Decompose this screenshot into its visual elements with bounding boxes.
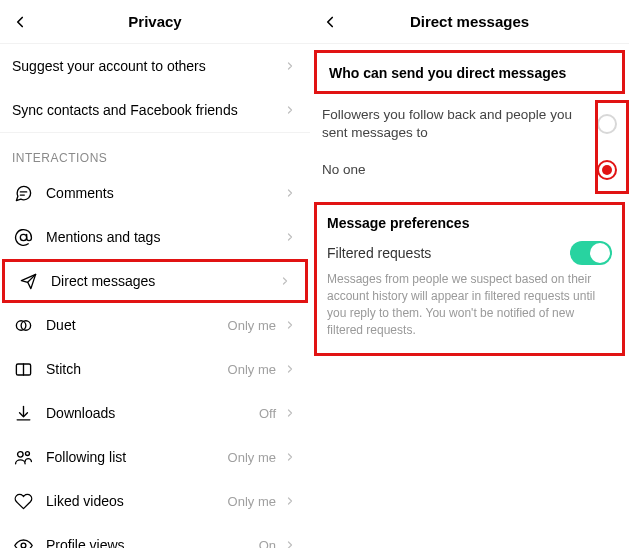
interaction-label: Following list: [46, 449, 228, 465]
interaction-value: Off: [259, 406, 276, 421]
filtered-requests-label: Filtered requests: [327, 245, 570, 261]
chevron-right-icon: [282, 449, 298, 465]
privacy-title: Privacy: [128, 13, 181, 30]
svg-point-11: [25, 451, 29, 455]
interaction-value: Only me: [228, 450, 276, 465]
interaction-row-comment[interactable]: Comments: [0, 171, 310, 215]
interactions-section-title: INTERACTIONS: [0, 132, 310, 171]
following-icon: [12, 446, 34, 468]
radio-highlight: [595, 100, 629, 194]
interaction-label: Liked videos: [46, 493, 228, 509]
chevron-right-icon: [282, 537, 298, 548]
chevron-right-icon: [277, 273, 293, 289]
radio-options: Followers you follow back and people you…: [310, 94, 629, 196]
interaction-label: Downloads: [46, 405, 259, 421]
at-icon: [12, 226, 34, 248]
interaction-row-duet[interactable]: DuetOnly me: [0, 303, 310, 347]
heart-icon: [12, 490, 34, 512]
dm-title: Direct messages: [410, 13, 529, 30]
option-noone-label: No one: [322, 161, 587, 179]
send-icon: [17, 270, 39, 292]
dm-header: Direct messages: [310, 0, 629, 44]
chevron-right-icon: [282, 185, 298, 201]
message-preferences-heading: Message preferences: [317, 205, 622, 239]
svg-point-12: [21, 543, 26, 548]
interaction-label: Duet: [46, 317, 228, 333]
back-button-left[interactable]: [6, 8, 34, 36]
svg-point-2: [20, 234, 26, 240]
who-can-send-heading-highlight: Who can send you direct messages: [314, 50, 625, 94]
interaction-row-stitch[interactable]: StitchOnly me: [0, 347, 310, 391]
option-followers-label: Followers you follow back and people you…: [322, 106, 587, 142]
interaction-value: Only me: [228, 362, 276, 377]
filtered-requests-desc: Messages from people we suspect based on…: [317, 271, 622, 338]
interaction-label: Direct messages: [51, 273, 277, 289]
chevron-right-icon: [282, 229, 298, 245]
chevron-right-icon: [282, 493, 298, 509]
interaction-label: Comments: [46, 185, 282, 201]
top-row-1[interactable]: Sync contacts and Facebook friends: [0, 88, 310, 132]
interaction-row-following[interactable]: Following listOnly me: [0, 435, 310, 479]
interaction-row-eye[interactable]: Profile viewsOn: [0, 523, 310, 548]
dm-pane: Direct messages Who can send you direct …: [310, 0, 635, 548]
privacy-header: Privacy: [0, 0, 310, 44]
privacy-pane: Privacy Suggest your account to othersSy…: [0, 0, 310, 548]
option-noone[interactable]: No one: [310, 150, 629, 190]
top-row-label: Sync contacts and Facebook friends: [12, 102, 282, 118]
interaction-label: Profile views: [46, 537, 259, 548]
top-row-label: Suggest your account to others: [12, 58, 282, 74]
chevron-right-icon: [282, 405, 298, 421]
chevron-right-icon: [282, 58, 298, 74]
back-button-right[interactable]: [316, 8, 344, 36]
message-preferences-highlight: Message preferences Filtered requests Me…: [314, 202, 625, 355]
who-can-send-heading: Who can send you direct messages: [317, 53, 622, 91]
interaction-value: Only me: [228, 494, 276, 509]
svg-point-10: [17, 451, 23, 457]
chevron-right-icon: [282, 317, 298, 333]
top-row-0[interactable]: Suggest your account to others: [0, 44, 310, 88]
interaction-row-download[interactable]: DownloadsOff: [0, 391, 310, 435]
chevron-right-icon: [282, 361, 298, 377]
interaction-label: Stitch: [46, 361, 228, 377]
duet-icon: [12, 314, 34, 336]
stitch-icon: [12, 358, 34, 380]
option-followers[interactable]: Followers you follow back and people you…: [310, 98, 629, 150]
download-icon: [12, 402, 34, 424]
interaction-value: Only me: [228, 318, 276, 333]
filtered-requests-toggle[interactable]: [570, 241, 612, 265]
interaction-row-send[interactable]: Direct messages: [2, 259, 308, 303]
eye-icon: [12, 534, 34, 548]
comment-icon: [12, 182, 34, 204]
interaction-label: Mentions and tags: [46, 229, 282, 245]
interaction-row-heart[interactable]: Liked videosOnly me: [0, 479, 310, 523]
chevron-right-icon: [282, 102, 298, 118]
interaction-row-at[interactable]: Mentions and tags: [0, 215, 310, 259]
interaction-value: On: [259, 538, 276, 549]
